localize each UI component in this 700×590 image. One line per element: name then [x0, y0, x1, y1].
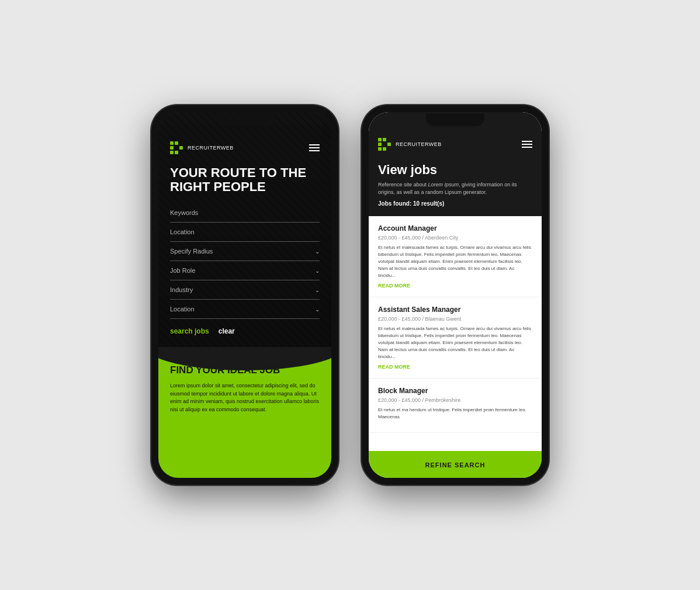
logo-dot: [387, 147, 391, 151]
logo-icon: [170, 141, 183, 154]
logo-dot: [378, 147, 382, 151]
job-location: Pembrokeshire: [425, 397, 461, 403]
green-section: FIND YOUR IDEAL JOB Lorem ipsum dolor si…: [158, 347, 331, 478]
chevron-down-icon: ⌄: [315, 248, 320, 255]
green-body-text: Lorem ipsum dolor sit amet, consectetur …: [170, 382, 320, 414]
logo-dot: [170, 141, 174, 145]
clear-button[interactable]: clear: [219, 327, 235, 335]
location-field-2[interactable]: Location ⌄: [170, 300, 320, 319]
job-description: Et netus et malesuada fames ac turpis. O…: [378, 244, 532, 279]
hero-title: YOUR ROUTE TO THE RIGHT PEOPLE: [170, 166, 320, 194]
nav-bar: RECRUITERWEB: [378, 138, 532, 151]
job-description: Et netus et malesuada fames ac turpis. O…: [378, 325, 532, 360]
page-title: View jobs: [378, 162, 532, 178]
chevron-down-icon: ⌄: [315, 268, 320, 274]
phone-notch: [216, 113, 274, 126]
job-meta: £20,000 - £45,000 / Pembrokeshire: [378, 397, 532, 403]
logo-container: RECRUITERWEB: [170, 141, 234, 154]
hamburger-line: [309, 144, 320, 145]
logo-dot: [170, 146, 174, 150]
logo-dot: [383, 143, 386, 146]
page-description: Reference site about Lorem Ipsum, giving…: [378, 181, 532, 196]
keywords-label: Keywords: [170, 209, 198, 216]
right-screen: RECRUITERWEB View jobs Reference site ab…: [369, 112, 542, 478]
logo-dot: [383, 147, 386, 151]
job-salary: £20,000 - £45,000: [378, 235, 421, 241]
desc-text-1: Reference site about: [378, 182, 428, 188]
job-card[interactable]: Assistant Sales Manager £20,000 - £45,00…: [369, 297, 542, 379]
refine-search-bar[interactable]: REFINE SEARCH: [369, 451, 542, 478]
job-location: Blaenau Gwent: [425, 316, 462, 322]
job-salary: £20,000 - £45,000: [378, 397, 421, 403]
logo-container: RECRUITERWEB: [378, 138, 442, 151]
job-description: Et netus et ma hendum ut tristique. Feli…: [378, 407, 532, 421]
job-card[interactable]: Block Manager £20,000 - £45,000 / Pembro…: [369, 379, 542, 433]
hamburger-line: [309, 147, 320, 148]
location-field-1[interactable]: Location: [170, 223, 320, 242]
logo-dot: [387, 138, 391, 141]
brand-name: RECRUITERWEB: [188, 145, 234, 151]
hamburger-line: [309, 150, 320, 151]
hamburger-menu[interactable]: [309, 144, 320, 151]
job-title: Assistant Sales Manager: [378, 306, 532, 314]
hamburger-line: [522, 144, 532, 145]
logo-dot: [170, 151, 174, 154]
job-role-field[interactable]: Job Role ⌄: [170, 261, 320, 280]
logo-dot: [179, 146, 183, 150]
logo-dot: [378, 138, 382, 141]
job-meta: £20,000 - £45,000 / Aberdeen City: [378, 235, 532, 241]
location-label-1: Location: [170, 228, 195, 235]
search-jobs-button[interactable]: search jobs: [170, 327, 209, 335]
hamburger-menu[interactable]: [522, 141, 532, 148]
jobs-found-count: Jobs found: 10 result(s): [378, 200, 532, 207]
chevron-down-icon: ⌄: [315, 287, 320, 293]
desc-italic: Lorem Ipsum: [428, 182, 459, 188]
nav-bar: RECRUITERWEB: [170, 141, 320, 154]
jobs-list: Account Manager £20,000 - £45,000 / Aber…: [369, 216, 542, 451]
radius-label: Specify Radius: [170, 248, 213, 255]
logo-dot: [383, 138, 386, 141]
page-title-section: View jobs Reference site about Lorem Ips…: [369, 158, 542, 216]
left-phone: RECRUITERWEB YOUR ROUTE TO THE RIGHT PEO…: [151, 105, 338, 485]
logo-dot: [179, 141, 183, 145]
logo-dot: [378, 143, 382, 146]
read-more-link[interactable]: READ MORE: [378, 364, 532, 370]
refine-search-label: REFINE SEARCH: [425, 461, 486, 468]
search-form: Keywords Location Specify Radius ⌄ Job R…: [170, 203, 320, 319]
logo-icon: [378, 138, 391, 151]
phone-notch: [426, 113, 484, 126]
logo-dot: [175, 146, 178, 150]
left-screen: RECRUITERWEB YOUR ROUTE TO THE RIGHT PEO…: [158, 112, 331, 478]
job-salary: £20,000 - £45,000: [378, 316, 421, 322]
brand-name: RECRUITERWEB: [396, 141, 442, 147]
logo-dot: [387, 143, 391, 146]
keywords-field[interactable]: Keywords: [170, 203, 320, 223]
hero-section: RECRUITERWEB YOUR ROUTE TO THE RIGHT PEO…: [158, 112, 331, 347]
radius-field[interactable]: Specify Radius ⌄: [170, 242, 320, 261]
logo-dot: [175, 141, 178, 145]
job-role-label: Job Role: [170, 267, 195, 274]
job-title: Block Manager: [378, 387, 532, 395]
location-label-2: Location: [170, 306, 195, 313]
job-card[interactable]: Account Manager £20,000 - £45,000 / Aber…: [369, 216, 542, 297]
logo-dot: [179, 151, 183, 154]
search-buttons: search jobs clear: [170, 327, 320, 335]
green-title: FIND YOUR IDEAL JOB: [170, 365, 320, 376]
logo-dot: [175, 151, 178, 154]
chevron-down-icon: ⌄: [315, 306, 320, 313]
industry-label: Industry: [170, 286, 193, 293]
read-more-link[interactable]: READ MORE: [378, 283, 532, 289]
hamburger-line: [522, 141, 532, 142]
hamburger-line: [522, 147, 532, 148]
industry-field[interactable]: Industry ⌄: [170, 280, 320, 300]
job-title: Account Manager: [378, 224, 532, 232]
right-phone: RECRUITERWEB View jobs Reference site ab…: [362, 105, 549, 485]
job-meta: £20,000 - £45,000 / Blaenau Gwent: [378, 316, 532, 322]
job-location: Aberdeen City: [425, 235, 458, 241]
